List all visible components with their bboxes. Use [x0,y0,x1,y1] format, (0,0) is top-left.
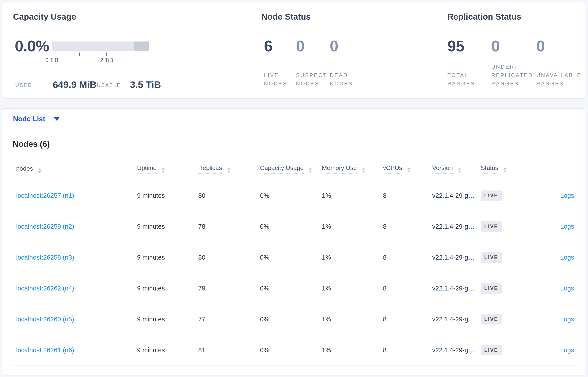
sort-icon [362,167,365,173]
under-replicated-ranges-stat: 0 UNDER-REPLICATED RANGES [491,2,535,98]
unavailable-ranges-stat: 0 UNAVAILABLE RANGES [536,2,587,98]
logs-link[interactable]: Logs [560,192,574,199]
axis-tick-label: 2 TiB [93,57,120,64]
under-replicated-ranges-label: UNDER-REPLICATED RANGES [491,63,535,88]
column-header-vcpus[interactable]: vCPUs [378,158,427,180]
column-header-uptime[interactable]: Uptime [132,158,193,180]
uptime-cell: 9 minutes [132,242,193,273]
uptime-cell: 9 minutes [132,273,193,304]
column-header-memory-use[interactable]: Memory Use [317,158,378,180]
replicas-cell: 80 [193,180,255,211]
nodes-card: Nodes (6) nodes Uptime [2,129,585,376]
sort-icon [227,167,230,173]
live-nodes-value: 6 [264,39,272,53]
node-link[interactable]: localhost:26258 (n3) [16,254,74,261]
used-value: 649.9 MiB [53,79,96,90]
node-link[interactable]: localhost:26261 (n6) [16,347,74,353]
nodes-count-title: Nodes (6) [12,140,50,149]
axis-tick [52,53,52,56]
sort-icon [309,167,312,173]
dead-nodes-stat: 0 DEAD NODES [330,2,363,98]
sort-icon [162,167,165,173]
capacity-usage-bar [52,42,149,51]
memory-cell: 1% [317,211,378,242]
table-row: localhost:26257 (n1) 9 minutes 80 0% 1% … [11,180,577,211]
column-header-nodes[interactable]: nodes [11,158,132,180]
capacity-percent-value: 0.0% [15,39,49,53]
uptime-cell: 9 minutes [132,180,193,211]
version-cell: v22.1.4-29-g… [427,273,476,304]
memory-cell: 1% [317,273,378,304]
column-header-status[interactable]: Status [476,158,524,180]
total-ranges-value: 95 [447,39,464,53]
vcpus-cell: 8 [378,273,427,304]
column-header-replicas[interactable]: Replicas [193,158,255,180]
replicas-cell: 81 [193,335,255,366]
version-cell: v22.1.4-29-g… [427,211,476,242]
uptime-cell: 9 minutes [132,335,193,366]
memory-cell: 1% [317,335,378,366]
node-status-section: Node Status 6 LIVE NODES 0 SUSPECT NODES… [261,2,398,98]
table-row: localhost:26258 (n3) 9 minutes 80 0% 1% … [11,242,577,273]
logs-link[interactable]: Logs [560,254,574,261]
logs-link[interactable]: Logs [560,223,574,230]
replicas-cell: 79 [193,273,255,304]
unavailable-ranges-label: UNAVAILABLE RANGES [536,71,587,88]
used-label: USED [15,82,32,88]
table-header-row: nodes Uptime Replicas Capacity Usage [11,158,577,180]
column-header-version[interactable]: Version [427,158,476,180]
memory-cell: 1% [317,242,378,273]
total-ranges-stat: 95 TOTAL RANGES [447,2,488,98]
suspect-nodes-stat: 0 SUSPECT NODES [296,2,331,98]
status-badge: LIVE [481,345,502,355]
sort-icon [407,167,411,173]
capacity-usage-section: Capacity Usage 0.0% 0 TiB 2 TiB USED 649… [13,2,167,98]
node-link[interactable]: localhost:26257 (n1) [16,192,74,199]
status-badge: LIVE [481,221,502,232]
version-cell: v22.1.4-29-g… [427,335,476,366]
chevron-down-icon [54,117,60,121]
suspect-nodes-label: SUSPECT NODES [296,71,329,88]
node-link[interactable]: localhost:26262 (n4) [16,285,74,292]
logs-link[interactable]: Logs [560,347,574,353]
under-replicated-ranges-value: 0 [491,39,500,53]
capacity-cell: 0% [255,180,317,211]
unavailable-ranges-value: 0 [536,39,545,53]
table-row: localhost:26261 (n6) 9 minutes 81 0% 1% … [11,335,577,366]
sort-icon [503,167,507,173]
table-row: localhost:26260 (n5) 9 minutes 77 0% 1% … [11,304,577,335]
column-header-capacity-usage[interactable]: Capacity Usage [255,158,317,180]
vcpus-cell: 8 [378,211,427,242]
version-cell: v22.1.4-29-g… [427,304,476,335]
memory-cell: 1% [317,304,378,335]
capacity-cell: 0% [255,273,317,304]
capacity-cell: 0% [255,304,317,335]
suspect-nodes-value: 0 [296,39,304,53]
uptime-cell: 9 minutes [132,304,193,335]
logs-link[interactable]: Logs [560,316,574,323]
status-badge: LIVE [481,314,502,324]
axis-tick [134,53,134,56]
nodes-table: nodes Uptime Replicas Capacity Usage [11,158,577,366]
live-nodes-stat: 6 LIVE NODES [264,2,297,98]
logs-link[interactable]: Logs [560,285,574,292]
vcpus-cell: 8 [378,304,427,335]
node-link[interactable]: localhost:26259 (n2) [16,223,74,230]
uptime-cell: 9 minutes [132,211,193,242]
dead-nodes-label: DEAD NODES [330,71,356,88]
memory-cell: 1% [317,180,378,211]
sort-icon [458,167,461,173]
usable-label: USABLE [97,82,121,88]
axis-tick [79,53,80,56]
capacity-usage-title: Capacity Usage [13,12,76,22]
live-nodes-label: LIVE NODES [264,71,291,88]
replicas-cell: 80 [193,242,255,273]
capacity-usage-bar-segment [134,42,149,51]
replication-status-section: Replication Status 95 TOTAL RANGES 0 UND… [447,2,584,98]
column-header-logs [524,158,577,180]
vcpus-cell: 8 [378,242,427,273]
dead-nodes-value: 0 [330,39,338,53]
node-link[interactable]: localhost:26260 (n5) [16,316,74,323]
capacity-cell: 0% [255,211,317,242]
node-list-dropdown[interactable]: Node List [13,109,60,129]
